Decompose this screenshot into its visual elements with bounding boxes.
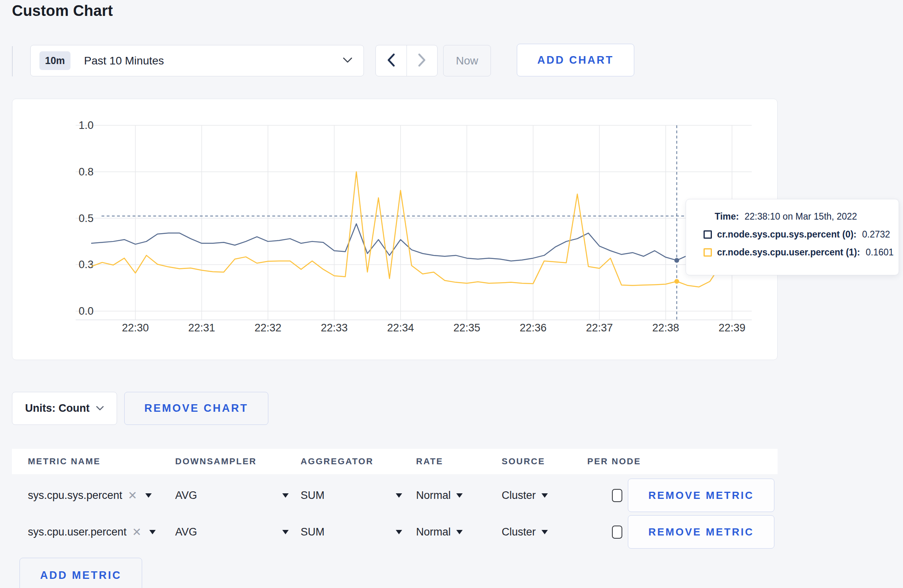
svg-text:0.8: 0.8 — [78, 166, 94, 178]
svg-text:22:33: 22:33 — [321, 322, 348, 334]
chevron-left-icon — [387, 53, 395, 68]
column-header-per-node: PER NODE — [587, 456, 647, 467]
svg-text:1.0: 1.0 — [78, 119, 94, 131]
column-header-metric-name: METRIC NAME — [28, 456, 175, 467]
svg-text:0.0: 0.0 — [78, 305, 94, 317]
svg-text:22:35: 22:35 — [453, 322, 481, 334]
remove-chart-button[interactable]: REMOVE CHART — [124, 392, 268, 425]
tooltip-series-label: cr.node.sys.cpu.user.percent (1): — [717, 247, 860, 258]
svg-text:22:30: 22:30 — [122, 322, 149, 334]
tooltip-series-value: 0.2732 — [862, 229, 890, 240]
remove-metric-x-icon[interactable]: ✕ — [132, 526, 141, 539]
chevron-down-icon — [96, 405, 104, 412]
svg-text:0.3: 0.3 — [78, 259, 94, 271]
remove-metric-button[interactable]: REMOVE METRIC — [628, 515, 774, 549]
metrics-table-header: METRIC NAME DOWNSAMPLER AGGREGATOR RATE … — [12, 449, 778, 474]
custom-chart-page: Custom Chart 10m Past 10 Minutes Now ADD… — [0, 0, 903, 588]
sys-series-swatch-icon — [704, 230, 712, 239]
dropdown-caret-icon[interactable] — [456, 530, 463, 534]
tooltip-series-value: 0.1601 — [866, 247, 893, 258]
svg-text:0.5: 0.5 — [78, 212, 94, 224]
user-series-swatch-icon — [704, 248, 712, 257]
now-button[interactable]: Now — [443, 45, 491, 76]
dropdown-caret-icon[interactable] — [396, 530, 402, 534]
metric-name-select[interactable]: sys.cpu.user.percent — [28, 526, 127, 538]
svg-text:22:36: 22:36 — [520, 322, 547, 334]
per-node-checkbox[interactable] — [612, 526, 622, 539]
remove-metric-x-icon[interactable]: ✕ — [128, 489, 137, 502]
page-title: Custom Chart — [12, 2, 113, 19]
units-select[interactable]: Units: Count — [12, 392, 117, 425]
tooltip-series-label: cr.node.sys.cpu.sys.percent (0): — [717, 229, 856, 240]
chart-tooltip: Time: 22:38:10 on Mar 15th, 2022 cr.node… — [686, 199, 899, 275]
source-select[interactable]: Cluster — [502, 526, 536, 538]
downsampler-select[interactable]: AVG — [175, 489, 197, 502]
add-chart-button[interactable]: ADD CHART — [517, 44, 634, 76]
dropdown-caret-icon[interactable] — [149, 530, 156, 534]
svg-text:22:32: 22:32 — [254, 322, 281, 334]
remove-metric-button[interactable]: REMOVE METRIC — [628, 479, 774, 512]
units-label: Units: Count — [25, 402, 90, 415]
aggregator-select[interactable]: SUM — [301, 526, 324, 538]
rate-select[interactable]: Normal — [416, 489, 451, 502]
dropdown-caret-icon[interactable] — [396, 493, 402, 498]
dropdown-caret-icon[interactable] — [145, 493, 152, 498]
dropdown-caret-icon[interactable] — [541, 493, 548, 498]
toolbar-divider — [12, 46, 13, 76]
column-header-rate: RATE — [416, 456, 480, 467]
column-header-aggregator: AGGREGATOR — [301, 456, 402, 467]
time-range-badge: 10m — [39, 51, 70, 70]
prev-range-button[interactable] — [376, 45, 407, 76]
rate-select[interactable]: Normal — [416, 526, 451, 538]
tooltip-time-label: Time: — [715, 211, 739, 222]
tooltip-time-value: 22:38:10 on Mar 15th, 2022 — [745, 211, 857, 222]
source-select[interactable]: Cluster — [502, 489, 536, 502]
dropdown-caret-icon[interactable] — [541, 530, 548, 534]
metric-row: sys.cpu.sys.percent ✕ AVG SUM Normal Clu… — [12, 477, 778, 514]
next-range-button[interactable] — [407, 45, 438, 76]
svg-text:22:31: 22:31 — [188, 322, 215, 334]
chevron-right-icon — [418, 53, 426, 68]
metric-name-select[interactable]: sys.cpu.sys.percent — [28, 489, 122, 502]
time-range-label: Past 10 Minutes — [84, 55, 164, 67]
svg-text:22:39: 22:39 — [719, 322, 746, 334]
metric-row: sys.cpu.user.percent ✕ AVG SUM Normal Cl… — [12, 514, 778, 550]
timeseries-chart[interactable]: 0.00.30.50.81.022:3022:3122:3222:3322:34… — [12, 99, 778, 360]
column-header-source: SOURCE — [502, 456, 569, 467]
dropdown-caret-icon[interactable] — [456, 493, 463, 498]
per-node-checkbox[interactable] — [612, 489, 622, 502]
chevron-down-icon — [343, 57, 352, 64]
downsampler-select[interactable]: AVG — [175, 526, 197, 538]
add-metric-button[interactable]: ADD METRIC — [20, 558, 142, 588]
column-header-downsampler: DOWNSAMPLER — [175, 456, 289, 467]
dropdown-caret-icon[interactable] — [282, 530, 289, 534]
svg-text:22:34: 22:34 — [387, 322, 414, 334]
svg-text:22:38: 22:38 — [652, 322, 679, 334]
time-range-arrows — [375, 45, 438, 76]
dropdown-caret-icon[interactable] — [282, 493, 289, 498]
time-range-select[interactable]: 10m Past 10 Minutes — [30, 45, 364, 76]
svg-text:22:37: 22:37 — [586, 322, 613, 334]
aggregator-select[interactable]: SUM — [301, 489, 324, 502]
